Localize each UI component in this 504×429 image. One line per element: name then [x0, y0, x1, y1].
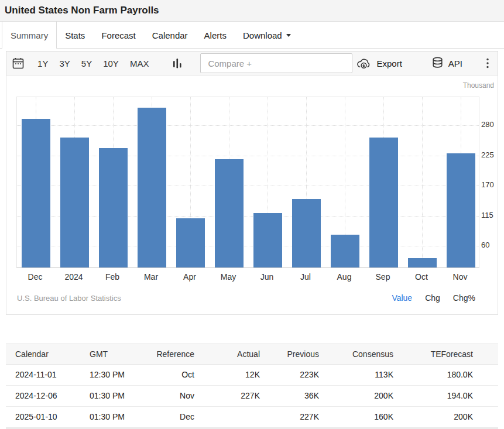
x-axis-tick-label: Dec — [16, 272, 54, 282]
cell-teforecast: 200K — [399, 406, 498, 427]
mode-chg-button[interactable]: Chg — [425, 293, 440, 303]
period-10y-button[interactable]: 10Y — [103, 59, 119, 68]
bar-nov[interactable] — [447, 153, 475, 267]
calendar-icon — [11, 56, 25, 70]
x-axis-tick-label: Nov — [441, 272, 479, 282]
table-row: 2024-12-0601:30 PMNov227K36K200K194.0K — [6, 385, 498, 406]
date-range-button[interactable] — [11, 56, 25, 70]
tab-forecast[interactable]: Forecast — [93, 22, 143, 49]
bar-feb[interactable] — [99, 148, 128, 267]
tab-stats[interactable]: Stats — [57, 22, 93, 49]
y-axis-tick-label: 60 — [481, 241, 504, 249]
cell-actual: 227K — [200, 385, 266, 406]
mode-chgpct-button[interactable]: Chg% — [453, 293, 475, 303]
x-axis-tick-label: Feb — [93, 272, 132, 282]
database-icon — [431, 57, 444, 70]
cell-consensus: 160K — [325, 406, 399, 427]
cell-gmt: 01:30 PM — [85, 385, 156, 406]
compare-input[interactable] — [200, 53, 352, 73]
tab-summary[interactable]: Summary — [2, 22, 57, 49]
y-axis-tick-label: 115 — [481, 211, 504, 219]
y-axis-unit-label: Thousand — [463, 81, 494, 90]
y-axis-tick-label: 280 — [481, 120, 504, 129]
cell-previous: 227K — [266, 406, 325, 427]
y-axis-tick-label: 225 — [481, 150, 504, 159]
cell-calendar: 2024-12-06 — [6, 385, 85, 406]
column-header-previous: Previous — [266, 344, 325, 364]
table-row: 2025-01-1001:30 PMDec227K160K200K — [6, 406, 498, 427]
mode-value-button[interactable]: Value — [392, 293, 412, 303]
cell-consensus: 113K — [325, 364, 399, 385]
period-3y-button[interactable]: 3Y — [59, 59, 70, 68]
bar-sep[interactable] — [369, 138, 398, 267]
bar-mar[interactable] — [138, 108, 166, 267]
cell-reference: Dec — [156, 406, 200, 427]
cell-consensus: 200K — [325, 385, 399, 406]
x-axis-tick-label: 2024 — [54, 272, 93, 282]
table-row: 2024-11-0112:30 PMOct12K223K113K180.0K — [6, 364, 498, 385]
period-5y-button[interactable]: 5Y — [81, 59, 92, 68]
cell-reference: Nov — [156, 385, 200, 406]
period-max-button[interactable]: MAX — [130, 59, 149, 68]
bar-apr[interactable] — [176, 218, 205, 267]
api-label: API — [448, 59, 462, 68]
page-title: United States Non Farm Payrolls — [0, 0, 504, 16]
cell-actual — [200, 406, 266, 427]
bar-chart-icon — [172, 57, 183, 70]
cell-gmt: 01:30 PM — [85, 406, 156, 427]
gridline — [422, 97, 423, 267]
column-header-actual: Actual — [200, 344, 266, 364]
kebab-menu-icon — [486, 57, 489, 70]
export-button[interactable]: Export — [352, 57, 405, 70]
chart-type-button[interactable] — [172, 57, 183, 70]
tab-calendar-label: Calendar — [152, 30, 188, 40]
cell-previous: 36K — [266, 385, 325, 406]
tab-stats-label: Stats — [65, 30, 85, 40]
tab-alerts-label: Alerts — [204, 30, 227, 40]
column-header-teforecast: TEForecast — [399, 344, 498, 364]
period-1y-button[interactable]: 1Y — [37, 59, 48, 68]
bar-oct[interactable] — [408, 258, 437, 267]
bar-jun[interactable] — [253, 213, 282, 267]
x-axis-tick-label: Oct — [402, 272, 441, 282]
source-label: U.S. Bureau of Labor Statistics — [17, 294, 121, 303]
cell-teforecast: 180.0K — [399, 364, 498, 385]
x-axis-tick-label: Aug — [325, 272, 364, 282]
tab-summary-label: Summary — [11, 30, 48, 40]
chevron-down-icon — [286, 34, 291, 37]
overflow-menu-button[interactable] — [486, 57, 489, 70]
api-button[interactable]: API — [428, 56, 466, 70]
tab-download[interactable]: Download — [235, 22, 299, 49]
x-axis-tick-label: Mar — [132, 272, 170, 282]
cell-calendar: 2024-11-01 — [6, 364, 85, 385]
x-axis-tick-label: May — [209, 272, 248, 282]
calendar-table-header-row: CalendarGMTReferenceActualPreviousConsen… — [6, 344, 498, 364]
column-header-reference: Reference — [156, 344, 200, 364]
bar-aug[interactable] — [331, 235, 359, 267]
x-axis-tick-label: Apr — [170, 272, 209, 282]
gridline — [17, 125, 479, 126]
series-mode-switch: Value Chg Chg% — [392, 293, 475, 303]
bar-2024[interactable] — [60, 138, 89, 268]
column-header-consensus: Consensus — [325, 344, 399, 364]
bar-dec[interactable] — [22, 119, 50, 267]
tab-bar: Summary Stats Forecast Calendar Alerts D… — [0, 22, 504, 49]
toolbar-right-group: Export API — [352, 56, 489, 70]
title-bar: United States Non Farm Payrolls — [0, 0, 504, 22]
cloud-download-icon — [356, 57, 372, 70]
bar-jul[interactable] — [292, 199, 321, 268]
tab-calendar[interactable]: Calendar — [144, 22, 196, 49]
cell-teforecast: 194.0K — [399, 385, 498, 406]
chart-panel: Thousand 60115170225280Dec2024FebMarAprM… — [6, 75, 498, 315]
x-axis-tick-label: Jul — [286, 272, 325, 282]
plot-area — [16, 97, 479, 268]
cell-calendar: 2025-01-10 — [6, 406, 85, 427]
cell-actual: 12K — [200, 364, 266, 385]
tab-alerts[interactable]: Alerts — [196, 22, 235, 49]
cell-previous: 223K — [266, 364, 325, 385]
column-header-gmt: GMT — [85, 344, 156, 364]
bar-may[interactable] — [215, 159, 244, 267]
tab-download-label: Download — [243, 30, 282, 40]
column-header-calendar: Calendar — [6, 344, 85, 364]
x-axis-tick-label: Sep — [364, 272, 402, 282]
